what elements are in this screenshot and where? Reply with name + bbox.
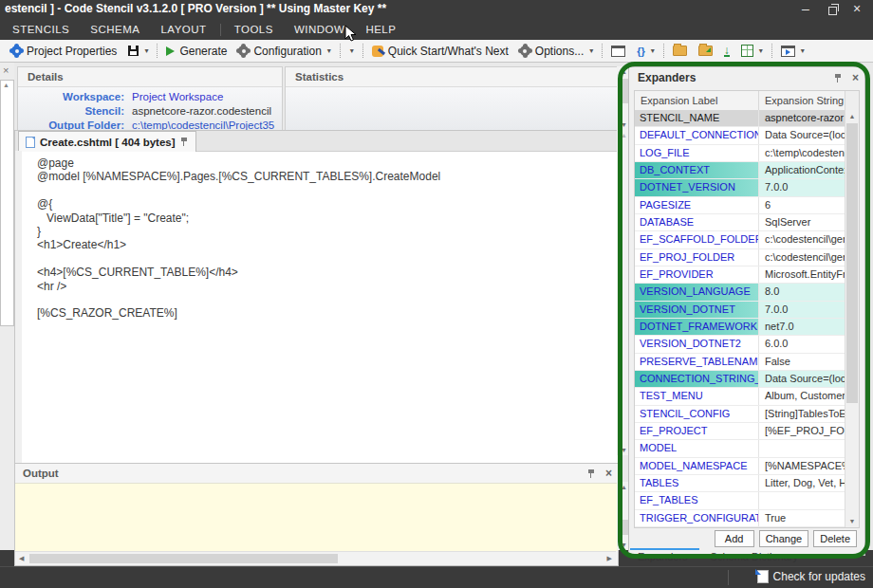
template-dropdown-caret-icon[interactable]: ▾: [651, 47, 655, 55]
expander-row-ef-project[interactable]: EF_PROJECT[%EF_PROJ_FOL...: [635, 423, 845, 440]
menu-item-schema[interactable]: SCHEMA: [80, 19, 150, 40]
expander-value: 6: [759, 197, 845, 213]
panel-tab-schema-dictionary[interactable]: Schema Dictionary: [707, 551, 802, 566]
menu-item-window[interactable]: WINDOW: [284, 19, 355, 40]
close-button[interactable]: ×: [845, 0, 869, 19]
expander-value: 7.0.0: [759, 302, 845, 318]
close-icon[interactable]: ×: [852, 72, 859, 83]
statistics-panel: Statistics: [285, 66, 618, 131]
code-line: <h4>[%CS_CURRENT_TABLE%]</h4>: [37, 266, 440, 279]
expander-row-ef-tables[interactable]: EF_TABLES: [635, 492, 845, 509]
expander-value: c:\temp\codestenc...: [759, 145, 845, 161]
expander-row-dotnet-version[interactable]: DOTNET_VERSION7.0.0: [635, 179, 845, 196]
save-button[interactable]: ▾: [122, 41, 154, 61]
export-dropdown-caret-icon[interactable]: ▾: [759, 47, 763, 55]
expander-row-ef-scaffold-folder[interactable]: EF_SCAFFOLD_FOLDERc:\codestencil\gen...: [635, 231, 845, 248]
generate-button[interactable]: Generate: [160, 41, 232, 61]
expander-row-ef-proj-folder[interactable]: EF_PROJ_FOLDERc:\codestencil\gen...: [635, 249, 845, 266]
pin-icon[interactable]: [180, 137, 189, 147]
expander-row-version-language[interactable]: VERSION_LANGUAGE8.0: [635, 284, 845, 301]
expander-row-ef-provider[interactable]: EF_PROVIDERMicrosoft.EntityFra...: [635, 266, 845, 284]
change-button[interactable]: Change: [759, 530, 809, 547]
panel-tab-expanders[interactable]: Expanders: [634, 551, 692, 566]
menu-item-help[interactable]: HELP: [355, 19, 406, 40]
collapsed-list[interactable]: ▲: [0, 80, 14, 326]
details-field-stencil: Stencil:aspnetcore-razor.codestencil: [18, 104, 282, 119]
expander-row-stencil-config[interactable]: STENCIL_CONFIG[String]TablesToE...: [635, 406, 845, 423]
quick-start-button[interactable]: Quick Start/What's Next: [366, 41, 514, 61]
expander-row-model-namespace[interactable]: MODEL_NAMESPACE[%NAMESPACE%]...: [635, 458, 845, 475]
minimize-button[interactable]: –: [793, 0, 818, 19]
expander-row-preserve-tablename[interactable]: PRESERVE_TABLENAMEFalse: [635, 354, 845, 371]
menu-item-layout[interactable]: LAYOUT: [150, 19, 216, 40]
output-horizontal-scrollbar[interactable]: ◀ ▶: [15, 551, 616, 565]
run-dropdown-caret-icon[interactable]: ▾: [801, 47, 805, 55]
editor-tab-label: Create.cshtml [ 404 bytes]: [40, 137, 176, 148]
delete-button[interactable]: Delete: [813, 530, 857, 547]
run-window-button[interactable]: ▾: [775, 41, 810, 61]
scroll-left-icon[interactable]: ◀: [19, 552, 24, 565]
expander-row-dotnet-framework[interactable]: DOTNET_FRAMEWORKnet7.0: [635, 319, 845, 336]
menu-item-stencils[interactable]: STENCILS: [2, 19, 80, 40]
configuration-dropdown-caret-icon[interactable]: ▾: [327, 47, 331, 55]
expander-row-test-menu[interactable]: TEST_MENUAlbum, Customer, ...: [635, 388, 845, 405]
scroll-up-icon[interactable]: ▲: [3, 82, 9, 88]
quick-start-label: Quick Start/What's Next: [388, 45, 509, 58]
expander-row-trigger-configuration[interactable]: TRIGGER_CONFIGURATIONTrue: [635, 510, 845, 527]
options-button[interactable]: Options... ▾: [514, 41, 599, 61]
expander-value: aspnetcore-razor: [759, 110, 845, 126]
expander-row-connection-string-js[interactable]: CONNECTION_STRING_JS...Data Source=(loca…: [635, 371, 845, 388]
dropdown-caret-icon[interactable]: ▾: [350, 47, 354, 55]
expanders-table-scrollbar[interactable]: ▲ ▼: [845, 110, 859, 527]
download-button[interactable]: ↓: [718, 41, 735, 61]
expander-value: [759, 492, 845, 508]
expander-row-default-connection[interactable]: DEFAULT_CONNECTIONData Source=(local...: [635, 127, 845, 144]
close-icon[interactable]: ×: [605, 468, 612, 479]
expander-row-db-context[interactable]: DB_CONTEXTApplicationContext: [635, 162, 845, 179]
scrollbar-thumb[interactable]: [29, 554, 338, 563]
expander-row-tables[interactable]: TABLESLitter, Dog, Vet, H...: [635, 475, 845, 492]
scroll-up-icon[interactable]: ▲: [845, 113, 859, 119]
save-icon: [128, 46, 139, 56]
expander-row-stencil-name[interactable]: STENCIL_NAMEaspnetcore-razor: [635, 110, 845, 127]
expander-row-database[interactable]: DATABASESqlServer: [635, 214, 845, 231]
output-content[interactable]: [15, 483, 618, 551]
export-excel-button[interactable]: ▾: [735, 41, 769, 61]
project-properties-button[interactable]: Project Properties: [6, 41, 122, 61]
open-folder-button[interactable]: [667, 41, 693, 61]
expander-label: EF_TABLES: [635, 492, 759, 508]
toolbar-dropdown-button[interactable]: ▾: [344, 41, 360, 61]
options-dropdown-caret-icon[interactable]: ▾: [589, 47, 593, 55]
configuration-button[interactable]: Configuration ▾: [232, 41, 336, 61]
scroll-right-icon[interactable]: ▶: [607, 552, 612, 565]
tab-create-cshtml[interactable]: Create.cshtml [ 404 bytes]: [18, 131, 196, 152]
expander-row-model[interactable]: MODEL: [635, 440, 845, 457]
scrollbar-thumb[interactable]: [846, 123, 858, 403]
toolbar-separator: [157, 44, 158, 58]
share-folder-button[interactable]: [693, 41, 718, 61]
add-button[interactable]: Add: [715, 530, 754, 547]
close-icon[interactable]: ×: [3, 64, 9, 76]
check-for-updates-button[interactable]: Check for updates: [757, 570, 865, 583]
pin-icon[interactable]: [587, 469, 596, 479]
expander-row-log-file[interactable]: LOG_FILEc:\temp\codestenc...: [635, 145, 845, 162]
column-header-expansion-string[interactable]: Expansion String: [759, 91, 845, 110]
play-icon: [166, 46, 175, 56]
expander-row-version-dotnet[interactable]: VERSION_DOTNET7.0.0: [635, 302, 845, 319]
code-content[interactable]: @page@model [%NAMESPACE%].Pages.[%CS_CUR…: [37, 156, 440, 321]
restore-button[interactable]: [820, 0, 845, 19]
expander-label: EF_PROJ_FOLDER: [635, 249, 759, 266]
save-dropdown-caret-icon[interactable]: ▾: [144, 47, 148, 55]
braces-icon: {}: [637, 46, 645, 57]
expander-row-version-dotnet2[interactable]: VERSION_DOTNET26.0.0: [635, 336, 845, 353]
template-button[interactable]: {} ▾: [631, 41, 660, 61]
layout-window-button[interactable]: [605, 41, 631, 61]
menu-item-tools[interactable]: TOOLS: [224, 19, 284, 40]
column-header-expansion-label[interactable]: Expansion Label: [635, 91, 759, 110]
expander-row-pagesize[interactable]: PAGESIZE6: [635, 197, 845, 214]
title-bar: estencil ] - Code Stencil v3.1.2.0 [ PRO…: [0, 0, 873, 19]
scroll-down-icon[interactable]: ▼: [845, 518, 859, 524]
pin-icon[interactable]: [834, 73, 843, 83]
expander-label: PAGESIZE: [635, 197, 759, 213]
statistics-panel-title: Statistics: [286, 67, 617, 87]
